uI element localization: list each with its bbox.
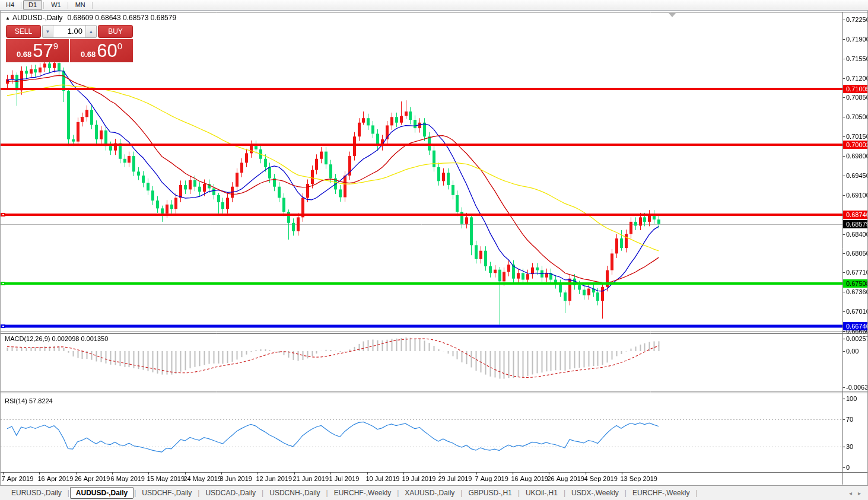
toolbar-separator xyxy=(21,2,21,9)
symbol-tab-usdcnh[interactable]: USDCNH-,Daily xyxy=(264,487,325,499)
symbol-tab-xauusd[interactable]: XAUUSD-,Daily xyxy=(399,487,460,499)
buy-price-main: 60 xyxy=(97,41,117,60)
volume-increase-button[interactable]: ▲ xyxy=(85,26,96,37)
quote-ohlc-values: 0.68609 0.68643 0.68573 0.68579 xyxy=(68,14,177,22)
symbol-tab-usdchf[interactable]: USDCHF-,Daily xyxy=(136,487,197,499)
symbol-tab-eurchf[interactable]: EURCHF-,Weekly xyxy=(329,487,396,499)
tab-scroll-right-icon[interactable]: ▸ xyxy=(858,490,861,496)
symbol-tab-eurchf[interactable]: EURCHF-,Weekly xyxy=(627,487,695,499)
buy-price-prefix: 0.68 xyxy=(81,50,96,59)
chart-title: ▲AUDUSD-,Daily0.68609 0.68643 0.68573 0.… xyxy=(5,14,176,22)
tab-scroll-left-icon[interactable]: ◂ xyxy=(849,490,852,496)
buy-button[interactable]: BUY xyxy=(98,25,133,38)
toolbar-separator xyxy=(43,2,44,9)
symbol-tab-ukoil[interactable]: UKOil-,H1 xyxy=(520,487,563,499)
rsi-indicator-label: RSI(14) 57.8224 xyxy=(5,397,53,405)
one-click-trade-panel: SELL ▼ 1.00 ▲ BUY 0.68579 0.68600 xyxy=(6,25,133,62)
macd-indicator-label: MACD(12,26,9) 0.002098 0.001350 xyxy=(5,335,108,342)
volume-input[interactable]: 1.00 xyxy=(53,26,85,37)
symbol-tab-audusd[interactable]: AUDUSD-,Daily xyxy=(70,487,133,499)
volume-decrease-button[interactable]: ▼ xyxy=(43,26,53,37)
timeframe-toolbar: H4D1W1MN xyxy=(0,0,868,11)
timeframe-button-h4[interactable]: H4 xyxy=(1,0,20,10)
toolbar-separator xyxy=(92,2,93,9)
buy-price-pip: 0 xyxy=(117,41,122,51)
symbol-tab-eurusd[interactable]: EURUSD-,Daily xyxy=(6,487,67,499)
symbol-period-label: AUDUSD-,Daily xyxy=(12,14,63,22)
buy-price-display[interactable]: 0.68600 xyxy=(70,39,133,62)
chart-canvas[interactable] xyxy=(0,0,868,500)
symbol-tab-gbpusd[interactable]: GBPUSD-,H1 xyxy=(463,487,517,499)
sell-price-display[interactable]: 0.68579 xyxy=(6,39,69,62)
macd-values: 0.002098 0.001350 xyxy=(52,335,108,342)
toolbar-separator xyxy=(68,2,68,9)
timeframe-button-mn[interactable]: MN xyxy=(70,0,91,10)
tab-scroll-nav: ◂▸ xyxy=(849,490,868,496)
sell-price-main: 57 xyxy=(33,41,53,60)
tab-separator: | xyxy=(695,489,698,497)
sell-price-pip: 9 xyxy=(53,41,58,51)
timeframe-button-d1[interactable]: D1 xyxy=(23,0,42,10)
sell-button[interactable]: SELL xyxy=(6,25,41,38)
sell-price-prefix: 0.68 xyxy=(17,50,31,59)
collapse-arrow-icon[interactable]: ▲ xyxy=(5,15,10,21)
chart-shift-marker-icon[interactable] xyxy=(669,13,676,17)
rsi-value: 57.8224 xyxy=(29,397,53,405)
symbol-tab-bar: EURUSD-,Daily|AUDUSD-,Daily|USDCHF-,Dail… xyxy=(0,485,868,500)
volume-stepper: ▼ 1.00 ▲ xyxy=(42,25,97,38)
timeframe-button-w1[interactable]: W1 xyxy=(46,0,66,10)
symbol-tab-usdcad[interactable]: USDCAD-,Daily xyxy=(200,487,261,499)
mt4-chart-window: H4D1W1MN ▲AUDUSD-,Daily0.68609 0.68643 0… xyxy=(0,0,868,500)
symbol-tab-usdx[interactable]: USDX-,Weekly xyxy=(566,487,624,499)
